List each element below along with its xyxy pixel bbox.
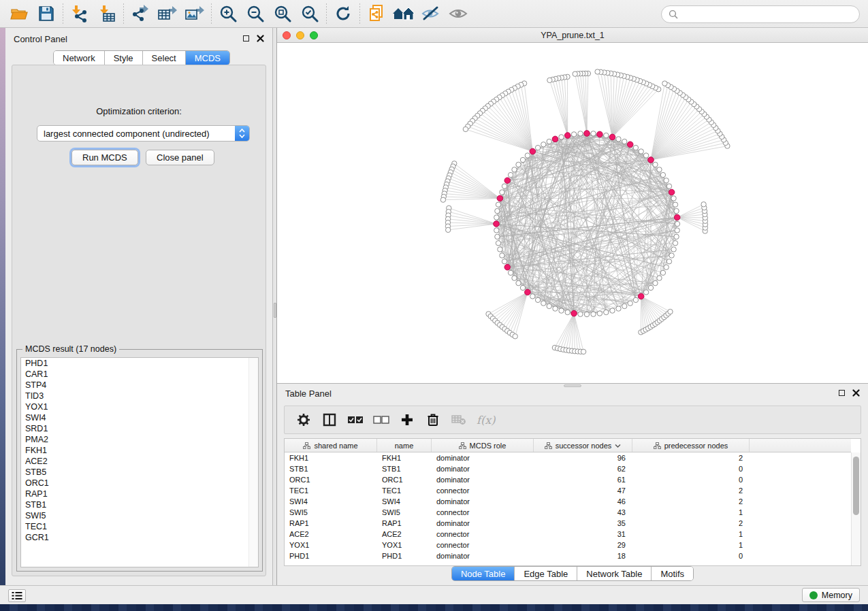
vertical-splitter[interactable] <box>272 28 277 585</box>
column-header-name[interactable]: name <box>377 439 432 452</box>
close-panel-icon[interactable] <box>257 35 264 42</box>
criterion-dropdown[interactable]: largest connected component (undirected) <box>37 125 250 142</box>
mcds-result-item[interactable]: TEC1 <box>21 521 258 532</box>
network-canvas[interactable] <box>277 43 868 383</box>
mcds-result-item[interactable]: TID3 <box>21 391 258 401</box>
tab-network-table[interactable]: Network Table <box>577 567 652 580</box>
table-row[interactable]: SWI4SWI4dominator462 <box>285 496 851 507</box>
column-header-successor-nodes[interactable]: successor nodes <box>534 439 632 452</box>
memory-button[interactable]: Memory <box>802 588 860 602</box>
mcds-result-item[interactable]: STB1 <box>21 499 258 510</box>
import-network-button[interactable] <box>66 2 93 25</box>
mcds-result-item[interactable]: SWI5 <box>21 510 258 521</box>
table-row[interactable]: ACE2ACE2connector311 <box>285 529 851 540</box>
toolbar-separator <box>326 3 327 24</box>
close-panel-button[interactable]: Close panel <box>146 150 214 165</box>
mcds-result-item[interactable]: YOX1 <box>21 401 258 412</box>
tab-node-table[interactable]: Node Table <box>452 567 515 580</box>
mcds-result-item[interactable]: SRD1 <box>21 423 258 434</box>
trash-icon <box>427 413 439 427</box>
cell-mcds_role: dominator <box>432 465 534 473</box>
search-input[interactable] <box>678 10 852 19</box>
home-view-button[interactable] <box>390 2 417 25</box>
float-table-panel-icon[interactable] <box>839 390 845 396</box>
table-scrollbar[interactable] <box>851 452 861 565</box>
zoom-in-button[interactable] <box>214 2 242 25</box>
tab-style[interactable]: Style <box>105 51 143 65</box>
cell-successor_nodes: 29 <box>534 541 632 549</box>
duplicate-network-button[interactable] <box>363 2 390 25</box>
open-folder-icon <box>10 6 28 21</box>
mcds-result-item[interactable]: ORC1 <box>21 478 258 489</box>
cell-successor_nodes: 61 <box>534 476 632 484</box>
task-history-button[interactable] <box>8 589 26 602</box>
table-row[interactable]: YOX1YOX1connector291 <box>285 540 851 550</box>
tab-network[interactable]: Network <box>54 51 105 65</box>
table-row[interactable]: TEC1TEC1connector472 <box>285 485 851 496</box>
show-columns-button[interactable] <box>321 410 338 429</box>
mcds-result-item[interactable]: ACE2 <box>21 456 258 467</box>
column-header-MCDS-role[interactable]: MCDS role <box>432 439 534 452</box>
zoom-selected-button[interactable] <box>296 2 323 25</box>
cell-shared_name: SWI5 <box>285 508 377 516</box>
refresh-icon <box>334 5 352 22</box>
export-image-button[interactable] <box>181 2 208 25</box>
criterion-dropdown-value: largest connected component (undirected) <box>37 129 235 139</box>
mcds-result-groupbox: MCDS result (17 nodes) PHD1CAR1STP4TID3Y… <box>16 349 263 572</box>
tab-select[interactable]: Select <box>143 51 186 65</box>
toolbar-separator <box>359 3 360 24</box>
mcds-result-item[interactable]: GCR1 <box>21 532 258 543</box>
column-header-predecessor-nodes[interactable]: predecessor nodes <box>632 439 750 452</box>
refresh-layout-button[interactable] <box>329 2 357 25</box>
table-row[interactable]: PHD1PHD1dominator180 <box>285 550 851 561</box>
save-session-button[interactable] <box>33 2 60 25</box>
tab-mcds[interactable]: MCDS <box>186 51 229 65</box>
import-table-button[interactable] <box>93 2 120 25</box>
table-row[interactable]: SWI5SWI5connector431 <box>285 507 851 518</box>
table-row[interactable]: FKH1FKH1dominator962 <box>285 452 851 463</box>
mcds-result-item[interactable]: PHD1 <box>21 358 258 369</box>
mcds-result-list[interactable]: PHD1CAR1STP4TID3YOX1SWI4SRD1PMA2FKH1ACE2… <box>20 357 259 567</box>
splitter-handle[interactable] <box>274 303 276 318</box>
close-table-panel-icon[interactable] <box>852 389 860 397</box>
mcds-result-item[interactable]: RAP1 <box>21 489 258 499</box>
desktop-wallpaper-bottom <box>0 604 868 611</box>
run-mcds-button[interactable]: Run MCDS <box>71 150 138 165</box>
table-panel-grab-handle[interactable] <box>564 384 581 387</box>
table-row[interactable]: STB1STB1dominator620 <box>285 463 851 474</box>
network-view-window: YPA_prune.txt_1 <box>277 28 868 383</box>
table-row[interactable]: ORC1ORC1dominator610 <box>285 474 851 485</box>
tab-edge-table[interactable]: Edge Table <box>515 567 577 580</box>
mcds-list-scrollbar[interactable] <box>248 358 258 567</box>
mcds-result-item[interactable]: SWI4 <box>21 412 258 423</box>
export-network-button[interactable] <box>127 2 154 25</box>
table-scrollbar-thumb[interactable] <box>853 457 859 515</box>
table-settings-button[interactable] <box>295 410 312 429</box>
table-row[interactable]: RAP1RAP1dominator352 <box>285 518 851 529</box>
column-header-label: shared name <box>314 442 357 450</box>
status-bar: Memory <box>0 585 868 604</box>
network-window-titlebar[interactable]: YPA_prune.txt_1 <box>277 28 868 43</box>
float-panel-icon[interactable] <box>243 35 249 42</box>
add-column-button[interactable] <box>399 410 415 429</box>
mcds-result-item[interactable]: PMA2 <box>21 434 258 445</box>
deselect-all-rows-button[interactable] <box>373 410 389 429</box>
select-all-rows-button[interactable] <box>347 410 364 429</box>
column-header-shared-name[interactable]: shared name <box>285 439 377 452</box>
mcds-result-item[interactable]: STP4 <box>21 380 258 391</box>
mcds-result-item[interactable]: CAR1 <box>21 369 258 380</box>
show-all-button[interactable] <box>445 2 472 25</box>
zoom-out-button[interactable] <box>242 2 269 25</box>
delete-column-button[interactable] <box>425 410 441 429</box>
zoom-fit-button[interactable] <box>269 2 296 25</box>
mcds-result-item[interactable]: FKH1 <box>21 445 258 456</box>
search-field[interactable] <box>661 5 860 23</box>
export-table-button[interactable] <box>154 2 181 25</box>
plus-icon <box>401 414 413 426</box>
cell-successor_nodes: 62 <box>534 465 632 473</box>
mcds-result-item[interactable]: STB5 <box>21 467 258 478</box>
open-file-button[interactable] <box>5 2 33 25</box>
tab-motifs[interactable]: Motifs <box>652 567 693 580</box>
cell-name: PHD1 <box>377 552 432 560</box>
hide-selected-button[interactable] <box>417 2 445 25</box>
